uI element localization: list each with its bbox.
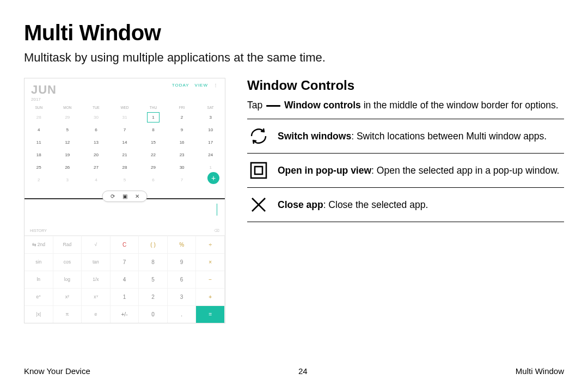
page-footer: Know Your Device 24 Multi Window (24, 366, 564, 376)
svg-rect-1 (255, 167, 262, 174)
close-app-icon (247, 193, 270, 216)
content-row: JUN 2017 TODAY VIEW ⋮ SUNMONTUEWEDTHUFRI… (24, 78, 564, 323)
window-controls-glyph (266, 105, 280, 107)
footer-left: Know Your Device (24, 366, 90, 376)
feature-popup: Open in pop-up view: Open the selected a… (247, 154, 564, 188)
device-illustration: JUN 2017 TODAY VIEW ⋮ SUNMONTUEWEDTHUFRI… (24, 78, 225, 323)
calendar-view-link: VIEW (195, 83, 208, 88)
backspace-icon: ⌫ (214, 229, 219, 233)
svg-rect-0 (251, 163, 266, 178)
add-event-fab: + (207, 172, 219, 184)
calendar-grid: SUNMONTUEWEDTHUFRISAT 282930311234567891… (24, 104, 225, 186)
switch-icon: ⟳ (111, 193, 115, 199)
feature-list: Switch windows: Switch locations between… (247, 119, 564, 222)
page-subtitle: Multitask by using multiple applications… (24, 51, 564, 65)
feature-switch: Switch windows: Switch locations between… (247, 119, 564, 154)
calendar-month: JUN (31, 83, 57, 96)
close-icon: ✕ (135, 193, 139, 199)
history-label: HISTORY (30, 229, 47, 233)
switch-windows-icon (247, 125, 270, 148)
calendar-today-link: TODAY (172, 83, 189, 88)
section-title: Window Controls (247, 78, 564, 93)
right-column: Window Controls Tap Window controls in t… (247, 78, 564, 323)
calendar-year: 2017 (31, 97, 57, 102)
calculator-keypad: ⇆ 2ndRad√C( )%÷sincostan789×lnlog1/x456−… (24, 236, 225, 323)
footer-page: 24 (298, 366, 308, 376)
page-title: Multi Window (24, 21, 564, 45)
feature-close: Close app: Close the selected app. (247, 188, 564, 222)
tap-line: Tap Window controls in the middle of the… (247, 99, 564, 112)
popup-view-icon (247, 159, 270, 182)
popup-icon: ▣ (122, 193, 127, 199)
footer-right: Multi Window (516, 366, 564, 376)
calculator-display (24, 199, 225, 228)
more-icon: ⋮ (213, 83, 218, 88)
